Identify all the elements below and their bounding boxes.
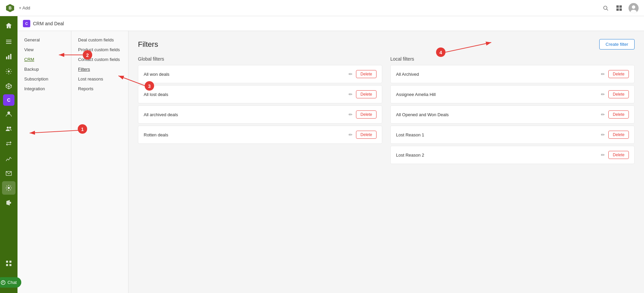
crm-icon-letter: C xyxy=(7,97,10,103)
svg-point-29 xyxy=(1,281,5,285)
sidebar-l2-backup[interactable]: Backup xyxy=(17,64,71,74)
svg-rect-27 xyxy=(6,264,8,266)
filter-edit-icon-global-3[interactable]: ✏ xyxy=(349,132,353,137)
breadcrumb-title: CRM and Deal xyxy=(33,21,64,26)
sidebar-l2-integration[interactable]: Integration xyxy=(17,84,71,94)
filter-name-local-0: All Archived xyxy=(396,72,419,77)
search-icon[interactable] xyxy=(602,4,610,12)
svg-point-17 xyxy=(8,70,10,72)
sidebar-item-home[interactable] xyxy=(2,19,15,32)
sidebar-l3-lost-reasons[interactable]: Lost reasons xyxy=(71,74,128,84)
sidebar-item-analytics[interactable] xyxy=(2,50,15,63)
top-navigation: B + Add xyxy=(0,0,644,16)
svg-rect-28 xyxy=(9,264,11,266)
sidebar-l3-deal-custom[interactable]: Deal custom fields xyxy=(71,35,128,45)
create-filter-button[interactable]: Create filter xyxy=(599,39,635,50)
filter-item-global-0: All won deals ✏ Delete xyxy=(138,65,382,83)
filter-edit-icon-global-1[interactable]: ✏ xyxy=(349,92,353,97)
filter-item-local-3: Lost Reason 1 ✏ Delete xyxy=(390,126,635,144)
sidebar-item-crm[interactable]: C xyxy=(3,94,14,106)
svg-rect-25 xyxy=(6,261,8,263)
filter-edit-icon-local-0[interactable]: ✏ xyxy=(601,71,605,77)
filter-item-local-2: All Opened and Won Deals ✏ Delete xyxy=(390,105,635,124)
sidebar-dark: C Chat xyxy=(0,16,17,293)
sidebar-item-broadcast[interactable] xyxy=(2,196,15,209)
sidebar-l3-filters[interactable]: Filters xyxy=(71,64,128,74)
filter-delete-btn-global-2[interactable]: Delete xyxy=(356,110,377,119)
chat-button[interactable]: Chat xyxy=(0,277,22,288)
sidebar-level2: General View CRM Backup Subscription Int… xyxy=(17,31,71,293)
filter-actions-global-0: ✏ Delete xyxy=(349,70,377,78)
sidebar-l2-general[interactable]: General xyxy=(17,35,71,45)
svg-point-9 xyxy=(632,5,635,9)
sidebar-l2-subscription[interactable]: Subscription xyxy=(17,74,71,84)
svg-rect-5 xyxy=(619,5,622,8)
user-avatar[interactable] xyxy=(629,3,639,13)
filter-edit-icon-local-1[interactable]: ✏ xyxy=(601,92,605,97)
filter-name-local-3: Lost Reason 1 xyxy=(396,132,424,137)
filter-name-global-1: All lost deals xyxy=(144,92,168,97)
filters-header: Filters Create filter xyxy=(138,39,635,50)
sidebar-item-settings[interactable] xyxy=(2,181,15,195)
svg-rect-7 xyxy=(619,8,622,11)
filter-name-local-2: All Opened and Won Deals xyxy=(396,112,449,117)
sidebar-item-contacts[interactable] xyxy=(2,107,15,121)
sidebar-item-cube[interactable] xyxy=(2,79,15,93)
filter-delete-btn-local-1[interactable]: Delete xyxy=(608,90,629,98)
filter-edit-icon-local-3[interactable]: ✏ xyxy=(601,132,605,137)
sidebar-item-list[interactable] xyxy=(2,35,15,48)
svg-rect-11 xyxy=(6,40,11,40)
top-nav-left: B + Add xyxy=(5,3,30,13)
sidebar-item-transfer[interactable] xyxy=(2,137,15,150)
filter-edit-icon-local-4[interactable]: ✏ xyxy=(601,152,605,158)
filter-actions-local-4: ✏ Delete xyxy=(601,151,629,159)
filter-edit-icon-global-0[interactable]: ✏ xyxy=(349,71,353,77)
svg-point-2 xyxy=(604,6,607,9)
svg-rect-12 xyxy=(6,41,11,42)
filter-delete-btn-local-4[interactable]: Delete xyxy=(608,151,629,159)
grid-icon[interactable] xyxy=(615,4,623,12)
svg-rect-4 xyxy=(616,5,619,8)
filter-actions-global-3: ✏ Delete xyxy=(349,131,377,139)
svg-rect-24 xyxy=(10,202,11,204)
filter-delete-btn-local-3[interactable]: Delete xyxy=(608,131,629,139)
filter-item-local-1: Assignee Amelia Hill ✏ Delete xyxy=(390,85,635,103)
filter-item-global-2: All archived deals ✏ Delete xyxy=(138,105,382,124)
filter-delete-btn-local-0[interactable]: Delete xyxy=(608,70,629,78)
filter-item-global-1: All lost deals ✏ Delete xyxy=(138,85,382,103)
sidebar-l3-product-custom[interactable]: Product custom fields xyxy=(71,45,128,55)
svg-point-18 xyxy=(7,111,10,114)
logo-icon: B xyxy=(5,3,15,13)
filter-actions-local-0: ✏ Delete xyxy=(601,70,629,78)
sidebar-l2-view[interactable]: View xyxy=(17,45,71,55)
sidebar-item-mail[interactable] xyxy=(2,166,15,180)
filter-delete-btn-global-3[interactable]: Delete xyxy=(356,131,377,139)
filter-actions-global-2: ✏ Delete xyxy=(349,110,377,119)
filter-delete-btn-global-1[interactable]: Delete xyxy=(356,90,377,98)
content-area: General View CRM Backup Subscription Int… xyxy=(17,31,644,293)
sidebar-item-apps[interactable] xyxy=(2,257,15,270)
sidebar-item-settings-global[interactable] xyxy=(2,65,15,78)
filter-delete-btn-local-2[interactable]: Delete xyxy=(608,110,629,119)
sidebar-l2-crm[interactable]: CRM xyxy=(17,55,71,64)
local-filters-title: Local filters xyxy=(390,56,635,62)
sidebar-l3-reports[interactable]: Reports xyxy=(71,84,128,94)
filter-edit-icon-local-2[interactable]: ✏ xyxy=(601,112,605,117)
filter-item-global-3: Rotten deals ✏ Delete xyxy=(138,126,382,144)
svg-point-19 xyxy=(7,127,9,129)
local-filters-section: Local filters All Archived ✏ Delete Assi… xyxy=(390,56,635,166)
filter-delete-btn-global-0[interactable]: Delete xyxy=(356,70,377,78)
filter-name-global-0: All won deals xyxy=(144,72,170,77)
filter-edit-icon-global-2[interactable]: ✏ xyxy=(349,112,353,117)
global-filters-title: Global filters xyxy=(138,56,382,62)
svg-text:B: B xyxy=(9,6,12,10)
filter-name-global-3: Rotten deals xyxy=(144,132,168,137)
svg-rect-26 xyxy=(9,261,11,263)
main-content: Filters Create filter Global filters All… xyxy=(129,31,644,293)
breadcrumb-bar: C CRM and Deal xyxy=(17,16,644,31)
sidebar-l3-contact-custom[interactable]: Contact custom fields xyxy=(71,55,128,64)
top-nav-right xyxy=(602,3,639,13)
sidebar-item-team[interactable] xyxy=(2,122,15,135)
sidebar-item-reports[interactable] xyxy=(2,152,15,165)
add-button[interactable]: + Add xyxy=(19,5,30,10)
